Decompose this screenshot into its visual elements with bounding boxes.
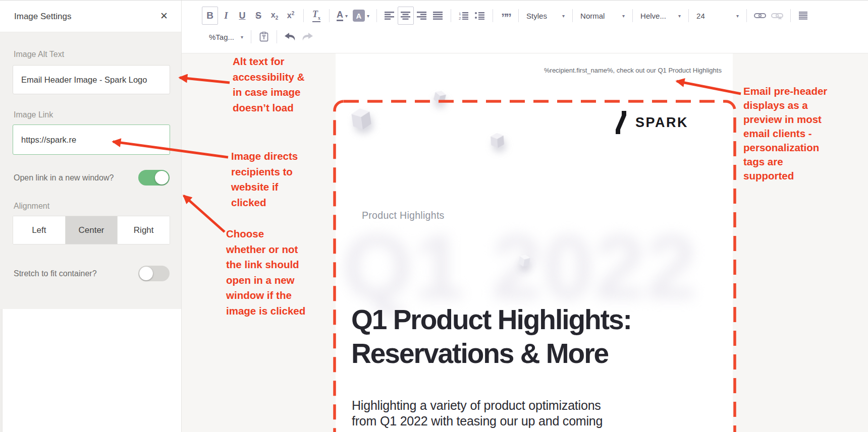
- strikethrough-icon: S: [255, 11, 261, 21]
- annotation-image-link: Image directs recipients to website if c…: [231, 149, 298, 210]
- strikethrough-button[interactable]: S: [250, 7, 266, 25]
- email-editor-app: Image Settings ✕ Image Alt Text Image Li…: [0, 0, 868, 432]
- bullet-list-button[interactable]: [472, 7, 488, 25]
- numbered-list-icon: 12: [459, 12, 469, 20]
- toolbar-separator: [277, 30, 277, 43]
- chevron-down-icon: ▾: [678, 13, 681, 19]
- toolbar-separator: [329, 9, 330, 22]
- new-window-label: Open link in a new window?: [14, 173, 114, 182]
- font-dropdown[interactable]: Helve...▾: [637, 7, 684, 25]
- toolbar-separator: [688, 9, 689, 22]
- italic-button[interactable]: I: [218, 7, 234, 25]
- chevron-down-icon: ▾: [345, 13, 348, 19]
- email-heading-line2: Reservations & More: [351, 337, 631, 371]
- font-size-dropdown[interactable]: 24▾: [693, 7, 742, 25]
- chevron-down-icon: ▾: [367, 13, 369, 19]
- italic-icon: I: [224, 10, 228, 21]
- chevron-down-icon: ▾: [562, 13, 565, 19]
- annotation-new-window: Choose whether or not the link should op…: [226, 226, 305, 319]
- bullet-list-icon: [475, 12, 485, 20]
- numbered-list-button[interactable]: 12: [456, 7, 472, 25]
- text-color-icon: A: [337, 10, 343, 21]
- alt-text-input[interactable]: [13, 65, 170, 94]
- paragraph-format-dropdown[interactable]: Normal▾: [577, 7, 628, 25]
- annotation-preheader: Email pre-header displays as a preview i…: [743, 84, 827, 183]
- toolbar-separator: [632, 9, 633, 22]
- email-heading-line1: Q1 Product Highlights:: [351, 303, 631, 337]
- chevron-down-icon: ▾: [736, 13, 739, 19]
- text-color-button[interactable]: A▾: [334, 7, 350, 25]
- align-left-button[interactable]: [382, 7, 398, 25]
- align-left-button[interactable]: Left: [13, 216, 66, 244]
- image-link-input[interactable]: [13, 125, 170, 155]
- panel-title: Image Settings: [14, 12, 71, 22]
- close-icon[interactable]: ✕: [160, 11, 168, 22]
- blockquote-icon: ””: [501, 11, 510, 21]
- align-center-button[interactable]: Center: [66, 216, 118, 244]
- styles-dropdown[interactable]: Styles▾: [523, 7, 568, 25]
- toolbar-separator: [451, 9, 451, 22]
- clear-formatting-button[interactable]: Tx: [308, 7, 324, 25]
- align-center-button[interactable]: [398, 7, 414, 25]
- toggle-knob: [139, 267, 153, 280]
- alignment-label: Alignment: [14, 202, 49, 211]
- panel-body: Image Alt Text Image Link Open link in a…: [0, 32, 181, 309]
- superscript-button[interactable]: x2: [283, 7, 299, 25]
- merge-tag-dropdown[interactable]: %Tag...▾: [206, 28, 246, 46]
- align-left-icon: [385, 12, 395, 20]
- background-color-button[interactable]: A▾: [350, 7, 372, 25]
- line-height-button[interactable]: [795, 7, 811, 25]
- redo-icon: [301, 32, 313, 41]
- spark-logo: SPARK: [616, 111, 688, 134]
- toolbar-separator: [746, 9, 747, 22]
- toolbar-separator: [303, 9, 304, 22]
- background-color-icon: A: [353, 10, 365, 22]
- redo-button[interactable]: [299, 28, 316, 46]
- blockquote-button[interactable]: ””: [498, 7, 514, 25]
- remove-link-button[interactable]: [769, 7, 786, 25]
- toolbar-separator: [376, 9, 377, 22]
- superscript-icon: x2: [287, 11, 294, 20]
- email-body-paragraph: Highlighting a variety of product optimi…: [352, 398, 603, 429]
- svg-text:1: 1: [459, 12, 461, 16]
- align-right-button[interactable]: [414, 7, 430, 25]
- email-preheader-text[interactable]: %recipient.first_name%, check out our Q1…: [544, 67, 722, 74]
- rich-text-toolbar: B I U S x2 x2 Tx A▾ A▾: [182, 1, 868, 53]
- image-link-label: Image Link: [14, 110, 53, 119]
- panel-header: Image Settings ✕: [0, 1, 181, 32]
- subscript-button[interactable]: x2: [266, 7, 283, 25]
- spark-logo-icon: [616, 111, 626, 134]
- align-right-button[interactable]: Right: [118, 216, 170, 244]
- undo-button[interactable]: [282, 28, 299, 46]
- alignment-segmented-control: Left Center Right: [13, 216, 170, 244]
- link-icon: [754, 12, 766, 20]
- toolbar-separator: [790, 9, 791, 22]
- align-right-icon: [417, 12, 427, 20]
- chevron-down-icon: ▾: [241, 34, 243, 40]
- bold-button[interactable]: B: [202, 7, 218, 25]
- justify-button[interactable]: [430, 7, 446, 25]
- clear-formatting-icon: Tx: [312, 9, 320, 22]
- subscript-icon: x2: [271, 11, 278, 21]
- bold-icon: B: [206, 10, 213, 21]
- stretch-toggle[interactable]: [138, 266, 170, 281]
- alt-text-label: Image Alt Text: [14, 50, 64, 59]
- cube-decoration: [350, 107, 372, 132]
- toolbar-separator: [518, 9, 519, 22]
- chevron-down-icon: ▾: [622, 13, 625, 19]
- email-body-line2: from Q1 2022 with teasing our up and com…: [352, 413, 603, 429]
- annotation-alt-text: Alt text for accessibility & in case ima…: [233, 54, 304, 115]
- stretch-label: Stretch to fit container?: [14, 269, 97, 278]
- cube-decoration: [490, 132, 505, 149]
- spark-logo-text: SPARK: [635, 115, 688, 131]
- toolbar-separator: [251, 30, 251, 43]
- toggle-knob: [155, 171, 169, 184]
- insert-link-button[interactable]: [751, 7, 769, 25]
- email-body-line1: Highlighting a variety of product optimi…: [352, 398, 603, 413]
- toolbar-separator: [572, 9, 573, 22]
- new-window-toggle[interactable]: [138, 170, 170, 186]
- paste-clipboard-icon: [259, 32, 268, 42]
- underline-button[interactable]: U: [234, 7, 250, 25]
- paste-as-text-button[interactable]: [256, 28, 272, 46]
- toolbar-separator: [493, 9, 493, 22]
